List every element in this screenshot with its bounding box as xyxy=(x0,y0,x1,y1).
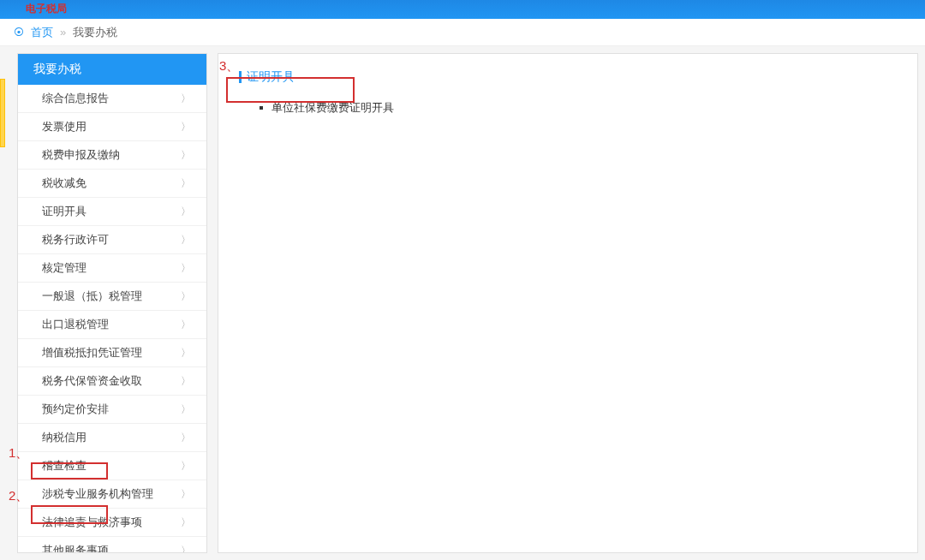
sidebar-item-fpsy[interactable]: 发票使用〉 xyxy=(18,113,206,141)
menu-label: 税务行政许可 xyxy=(42,232,109,247)
chevron-right-icon: 〉 xyxy=(181,515,191,530)
sidebar-item-swxzxk[interactable]: 税务行政许可〉 xyxy=(18,226,206,254)
chevron-right-icon: 〉 xyxy=(181,289,191,304)
content-link-row[interactable]: 单位社保费缴费证明开具 xyxy=(239,95,897,121)
section-header: 证明开具 xyxy=(239,69,897,85)
main-layout: 我要办税 综合信息报告〉 发票使用〉 税费申报及缴纳〉 税收减免〉 证明开具〉 … xyxy=(0,46,925,560)
content-link-text: 单位社保费缴费证明开具 xyxy=(272,100,394,116)
sidebar-item-ybtdsgl[interactable]: 一般退（抵）税管理〉 xyxy=(18,283,206,311)
sidebar-item-sszyfw[interactable]: 涉税专业服务机构管理〉 xyxy=(18,480,206,509)
chevron-right-icon: 〉 xyxy=(181,92,191,106)
sidebar-item-jcjc[interactable]: 稽查检查〉 xyxy=(18,452,206,480)
menu-label: 法律追责与救济事项 xyxy=(42,515,142,530)
menu-label: 预约定价安排 xyxy=(42,402,109,417)
breadcrumb-separator: » xyxy=(60,26,66,39)
chevron-right-icon: 〉 xyxy=(181,233,191,247)
sidebar-item-hdgl[interactable]: 核定管理〉 xyxy=(18,254,206,283)
menu-label: 稽查检查 xyxy=(42,458,87,474)
chevron-right-icon: 〉 xyxy=(181,487,191,502)
chevron-right-icon: 〉 xyxy=(181,120,191,134)
chevron-right-icon: 〉 xyxy=(181,459,191,474)
menu-label: 综合信息报告 xyxy=(42,91,109,106)
menu-label: 一般退（抵）税管理 xyxy=(42,289,142,304)
chevron-right-icon: 〉 xyxy=(181,544,191,554)
chevron-right-icon: 〉 xyxy=(181,205,191,219)
menu-label: 增值税抵扣凭证管理 xyxy=(42,345,142,360)
sidebar-header[interactable]: 我要办税 xyxy=(18,54,206,85)
chevron-right-icon: 〉 xyxy=(181,148,191,163)
menu-label: 核定管理 xyxy=(42,260,87,276)
bullet-square-icon xyxy=(260,106,263,110)
breadcrumb-current: 我要办税 xyxy=(73,25,117,40)
sidebar-item-zhxxbg[interactable]: 综合信息报告〉 xyxy=(18,85,206,113)
section-title-text: 证明开具 xyxy=(247,69,295,85)
section-bar-icon xyxy=(239,71,242,83)
sidebar-item-flzz[interactable]: 法律追责与救济事项〉 xyxy=(18,509,206,537)
topbar-title: 电子税局 xyxy=(26,2,67,16)
sidebar-item-swdbgzjsq[interactable]: 税务代保管资金收取〉 xyxy=(18,367,206,396)
left-strip xyxy=(0,53,7,553)
sidebar-item-ssjm[interactable]: 税收减免〉 xyxy=(18,170,206,198)
chevron-right-icon: 〉 xyxy=(181,431,191,445)
breadcrumb: ⦿ 首页 » 我要办税 xyxy=(0,19,925,46)
location-icon: ⦿ xyxy=(14,27,24,39)
sidebar-item-yydjaP[interactable]: 预约定价安排〉 xyxy=(18,396,206,424)
menu-label: 证明开具 xyxy=(42,204,87,219)
yellow-marker xyxy=(0,79,5,147)
menu-label: 税收减免 xyxy=(42,176,87,191)
menu-label: 涉税专业服务机构管理 xyxy=(42,486,153,502)
menu-label: 出口退税管理 xyxy=(42,317,109,332)
menu-label: 税费申报及缴纳 xyxy=(42,147,120,163)
sidebar-item-qtfw[interactable]: 其他服务事项〉 xyxy=(18,537,206,553)
menu-label: 发票使用 xyxy=(42,119,87,134)
sidebar-item-sfsbjjn[interactable]: 税费申报及缴纳〉 xyxy=(18,141,206,170)
sidebar: 我要办税 综合信息报告〉 发票使用〉 税费申报及缴纳〉 税收减免〉 证明开具〉 … xyxy=(17,53,207,553)
menu-label: 纳税信用 xyxy=(42,430,87,445)
chevron-right-icon: 〉 xyxy=(181,402,191,417)
content-panel: 证明开具 单位社保费缴费证明开具 xyxy=(218,53,918,553)
menu-label: 其他服务事项 xyxy=(42,543,109,553)
sidebar-item-zmkj[interactable]: 证明开具〉 xyxy=(18,198,206,226)
sidebar-item-zzsdkpzgl[interactable]: 增值税抵扣凭证管理〉 xyxy=(18,339,206,367)
chevron-right-icon: 〉 xyxy=(181,261,191,276)
sidebar-item-cktsgl[interactable]: 出口退税管理〉 xyxy=(18,311,206,339)
breadcrumb-home[interactable]: 首页 xyxy=(31,25,53,40)
sidebar-item-nsxy[interactable]: 纳税信用〉 xyxy=(18,424,206,452)
chevron-right-icon: 〉 xyxy=(181,176,191,191)
chevron-right-icon: 〉 xyxy=(181,318,191,332)
chevron-right-icon: 〉 xyxy=(181,346,191,360)
top-bar: 电子税局 xyxy=(0,0,925,19)
menu-label: 税务代保管资金收取 xyxy=(42,373,142,389)
chevron-right-icon: 〉 xyxy=(181,374,191,389)
